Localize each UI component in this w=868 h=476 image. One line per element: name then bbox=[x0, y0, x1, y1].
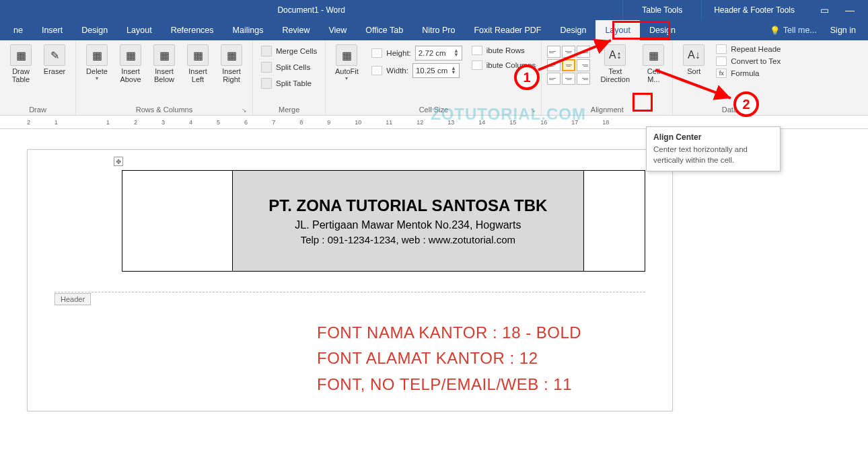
align-center-tooltip: Align Center Center text horizontally an… bbox=[646, 126, 781, 171]
eraser-button[interactable]: ✎Eraser bbox=[39, 43, 70, 75]
svg-line-0 bbox=[538, 40, 611, 70]
tab-insert[interactable]: Insert bbox=[32, 20, 72, 40]
rows-launcher-icon[interactable]: ↘ bbox=[242, 107, 247, 114]
tab-layout[interactable]: Layout bbox=[117, 20, 161, 40]
watermark: ZOTUTORIAL.COM bbox=[431, 105, 586, 124]
table-cell-center[interactable]: PT. ZONA TUTORIAL SANTOSA TBK JL. Pertig… bbox=[232, 171, 583, 272]
insert-left-button[interactable]: ▦Insert Left bbox=[182, 43, 213, 83]
group-draw: ▦Draw Table ✎Eraser Draw bbox=[0, 40, 76, 115]
company-address: JL. Pertigaan Mawar Mentok No.234, Hogwa… bbox=[240, 219, 577, 231]
delete-button[interactable]: ▦Delete▾ bbox=[81, 43, 112, 81]
note-line-2: Font ALAMAT Kantor : 12 bbox=[317, 346, 645, 371]
header-footer-tools-tab: Header & Footer Tools bbox=[701, 0, 807, 20]
header-boundary bbox=[55, 292, 645, 292]
group-label-data: Data bbox=[678, 104, 781, 115]
group-label-merge: Merge bbox=[258, 104, 320, 115]
annotation-arrow-2 bbox=[655, 69, 736, 105]
company-name: PT. ZONA TUTORIAL SANTOSA TBK bbox=[240, 196, 577, 215]
tab-references[interactable]: References bbox=[161, 20, 223, 40]
autofit-button[interactable]: ▦AutoFit▾ bbox=[331, 43, 362, 104]
tab-design[interactable]: Design bbox=[72, 20, 117, 40]
tab-home-partial[interactable]: ne bbox=[4, 20, 32, 40]
sign-in-link[interactable]: Sign in bbox=[830, 26, 856, 35]
group-label-draw: Draw bbox=[5, 104, 70, 115]
align-bottom-left[interactable] bbox=[547, 73, 560, 85]
tab-mailings[interactable]: Mailings bbox=[223, 20, 273, 40]
svg-line-1 bbox=[655, 70, 731, 98]
annotation-circle-1: 1 bbox=[514, 65, 540, 90]
group-cell-size: ▦AutoFit▾ Height: 2.72 cm▲▼ Width: 10.25… bbox=[326, 40, 542, 115]
tab-office-tab[interactable]: Office Tab bbox=[356, 20, 412, 40]
insert-below-button[interactable]: ▦Insert Below bbox=[149, 43, 180, 83]
tab-nitro[interactable]: Nitro Pro bbox=[412, 20, 464, 40]
company-contact: Telp : 091-1234-1234, web : www.zotutori… bbox=[240, 234, 577, 245]
distribute-rows-button[interactable]: ibute Rows bbox=[472, 46, 536, 55]
table-cell-right[interactable] bbox=[584, 171, 645, 272]
insert-above-button[interactable]: ▦Insert Above bbox=[115, 43, 146, 83]
bulb-icon: 💡 bbox=[770, 26, 781, 36]
width-label: Width: bbox=[386, 67, 408, 75]
merge-cells-button[interactable]: Merge Cells bbox=[258, 44, 320, 58]
minimize-icon[interactable]: — bbox=[845, 5, 855, 15]
tooltip-body: Center text horizontally and vertically … bbox=[653, 145, 773, 165]
convert-text-button[interactable]: Convert to Tex bbox=[716, 56, 781, 66]
page[interactable]: ✥ PT. ZONA TUTORIAL SANTOSA TBK JL. Pert… bbox=[27, 149, 673, 411]
note-line-3: Font, No telp/email/web : 11 bbox=[317, 372, 645, 397]
ribbon-tabs: ne Insert Design Layout References Maili… bbox=[0, 20, 868, 40]
ribbon-options-icon[interactable]: ▭ bbox=[820, 5, 829, 15]
tab-hf-design[interactable]: Design bbox=[640, 20, 685, 40]
align-bottom-center[interactable] bbox=[562, 73, 575, 85]
split-cells-button[interactable]: Split Cells bbox=[258, 61, 320, 74]
titlebar: Document1 - Word Table Tools Header & Fo… bbox=[0, 0, 868, 20]
align-bottom-right[interactable] bbox=[577, 73, 590, 85]
height-label: Height: bbox=[386, 49, 410, 57]
table-move-handle[interactable]: ✥ bbox=[114, 157, 123, 166]
tab-review[interactable]: Review bbox=[273, 20, 319, 40]
group-rows-columns: ▦Delete▾ ▦Insert Above ▦Insert Below ▦In… bbox=[76, 40, 253, 115]
draw-table-button[interactable]: ▦Draw Table bbox=[5, 43, 36, 83]
header-tag: Header bbox=[55, 293, 91, 305]
insert-right-button[interactable]: ▦Insert Right bbox=[216, 43, 247, 83]
header-table[interactable]: PT. ZONA TUTORIAL SANTOSA TBK JL. Pertig… bbox=[122, 170, 645, 272]
height-icon bbox=[371, 48, 382, 58]
tell-me[interactable]: 💡Tell me... bbox=[770, 26, 817, 36]
tab-view[interactable]: View bbox=[319, 20, 356, 40]
tooltip-title: Align Center bbox=[653, 132, 773, 142]
annotation-arrow-1 bbox=[538, 38, 619, 74]
annotation-notes: Font Nama Kantor : 18 - Bold Font ALAMAT… bbox=[317, 320, 645, 397]
group-merge: Merge Cells Split Cells Split Table Merg… bbox=[253, 40, 326, 115]
width-input[interactable]: 10.25 cm▲▼ bbox=[412, 63, 460, 78]
doc-title: Document1 - Word bbox=[277, 5, 345, 15]
table-cell-left[interactable] bbox=[122, 171, 233, 272]
width-icon bbox=[371, 66, 382, 75]
repeat-header-button[interactable]: Repeat Heade bbox=[716, 44, 781, 54]
group-label-rows: Rows & Columns↘ bbox=[81, 104, 247, 115]
annotation-circle-2: 2 bbox=[733, 91, 759, 117]
split-table-button[interactable]: Split Table bbox=[258, 77, 320, 90]
table-tools-tab: Table Tools bbox=[622, 0, 701, 20]
note-line-1: Font Nama Kantor : 18 - Bold bbox=[317, 320, 645, 346]
height-input[interactable]: 2.72 cm▲▼ bbox=[415, 46, 462, 61]
